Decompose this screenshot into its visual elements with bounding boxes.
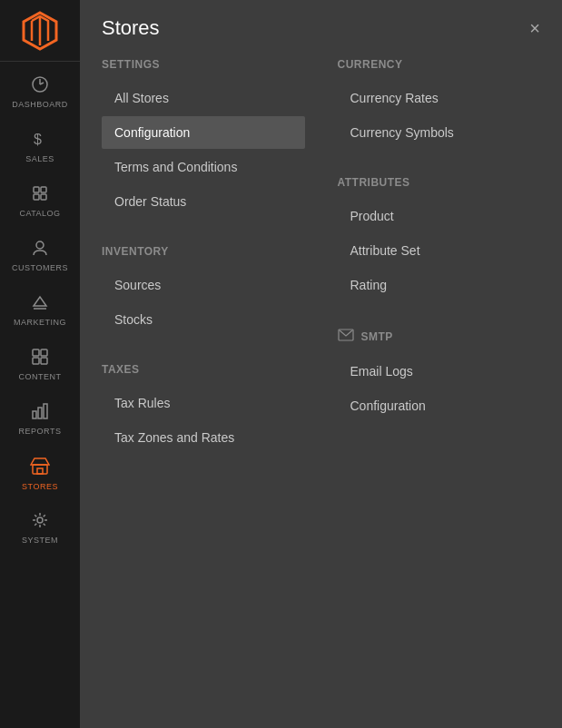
menu-item-email-logs[interactable]: Email Logs <box>338 355 541 388</box>
menu-item-terms-conditions[interactable]: Terms and Conditions <box>102 151 305 183</box>
sidebar-item-sales[interactable]: $ SALES <box>0 120 80 174</box>
svg-rect-4 <box>41 187 46 192</box>
inventory-section: Inventory Sources Stocks <box>102 245 305 336</box>
attributes-section: Attributes Product Attribute Set Rating <box>338 176 541 301</box>
menu-item-stocks[interactable]: Stocks <box>102 303 305 336</box>
sidebar-item-label-reports: REPORTS <box>19 427 62 437</box>
svg-rect-10 <box>33 349 39 356</box>
menu-item-tax-rules[interactable]: Tax Rules <box>102 387 305 419</box>
menu-item-currency-symbols[interactable]: Currency Symbols <box>338 116 541 149</box>
svg-rect-16 <box>44 404 47 418</box>
currency-section-title: Currency <box>338 58 541 71</box>
sidebar-item-label-content: CONTENT <box>19 372 62 382</box>
menu-item-product[interactable]: Product <box>338 200 541 232</box>
svg-rect-13 <box>41 358 47 364</box>
sidebar-item-label-sales: SALES <box>25 154 54 164</box>
marketing-icon <box>31 293 49 314</box>
content-icon <box>31 348 49 369</box>
right-column: Currency Currency Rates Currency Symbols… <box>327 51 541 456</box>
sidebar-item-marketing[interactable]: MARKETING <box>0 283 80 338</box>
catalog-icon <box>31 184 49 205</box>
panel-content: Settings All Stores Configuration Terms … <box>80 51 562 477</box>
sidebar-item-content[interactable]: CONTENT <box>0 338 80 392</box>
svg-text:$: $ <box>34 132 42 147</box>
menu-item-tax-zones-rates[interactable]: Tax Zones and Rates <box>102 421 305 454</box>
svg-rect-15 <box>38 408 42 418</box>
sidebar-item-label-marketing: MARKETING <box>14 318 66 328</box>
svg-point-19 <box>37 517 43 523</box>
svg-rect-5 <box>34 194 39 200</box>
menu-item-order-status[interactable]: Order Status <box>102 185 305 218</box>
svg-rect-3 <box>34 187 39 192</box>
menu-item-currency-rates[interactable]: Currency Rates <box>338 82 541 114</box>
settings-section-title: Settings <box>102 58 305 71</box>
reports-icon <box>31 402 49 423</box>
sidebar-item-label-dashboard: DASHBOARD <box>12 100 68 110</box>
system-icon <box>31 511 49 532</box>
svg-rect-18 <box>37 468 43 474</box>
taxes-section-title: Taxes <box>102 363 305 376</box>
customers-icon <box>31 239 49 260</box>
svg-rect-17 <box>33 465 47 474</box>
smtp-section-title: SMTP <box>338 329 541 344</box>
svg-rect-12 <box>33 358 39 364</box>
sidebar-item-dashboard[interactable]: DASHBOARD <box>0 65 80 120</box>
stores-icon <box>30 456 50 478</box>
sidebar-item-customers[interactable]: CUSTOMERS <box>0 229 80 283</box>
smtp-section: SMTP Email Logs Configuration <box>338 329 541 422</box>
menu-item-all-stores[interactable]: All Stores <box>102 82 305 114</box>
sidebar-item-reports[interactable]: REPORTS <box>0 392 80 447</box>
menu-item-smtp-configuration[interactable]: Configuration <box>338 389 541 422</box>
sidebar-item-label-stores: STORES <box>22 482 58 492</box>
sidebar-item-label-system: SYSTEM <box>22 536 58 546</box>
attributes-section-title: Attributes <box>338 176 541 189</box>
menu-item-configuration[interactable]: Configuration <box>102 116 305 149</box>
sidebar-item-label-customers: CUSTOMERS <box>12 263 68 273</box>
panel-title: Stores <box>102 16 160 40</box>
sidebar-item-label-catalog: CATALOG <box>19 209 60 219</box>
menu-item-sources[interactable]: Sources <box>102 269 305 301</box>
sidebar-item-catalog[interactable]: CATALOG <box>0 174 80 229</box>
svg-point-7 <box>36 241 44 249</box>
svg-rect-14 <box>33 411 36 418</box>
inventory-section-title: Inventory <box>102 245 305 258</box>
svg-marker-8 <box>34 297 46 306</box>
sales-icon: $ <box>31 130 49 151</box>
settings-section: Settings All Stores Configuration Terms … <box>102 58 305 218</box>
dashboard-icon <box>31 75 49 96</box>
taxes-section: Taxes Tax Rules Tax Zones and Rates <box>102 363 305 454</box>
sidebar: DASHBOARD $ SALES CATALOG CUSTOME <box>0 0 80 728</box>
sidebar-logo <box>0 0 80 62</box>
svg-rect-11 <box>41 349 47 356</box>
smtp-icon <box>338 329 354 344</box>
menu-item-rating[interactable]: Rating <box>338 269 541 301</box>
sidebar-item-system[interactable]: SYSTEM <box>0 501 80 556</box>
left-column: Settings All Stores Configuration Terms … <box>102 51 327 456</box>
menu-item-attribute-set[interactable]: Attribute Set <box>338 234 541 267</box>
currency-section: Currency Currency Rates Currency Symbols <box>338 58 541 149</box>
sidebar-item-stores[interactable]: STORES <box>0 447 80 501</box>
main-panel: Stores × Settings All Stores Configurati… <box>80 0 562 728</box>
svg-rect-6 <box>41 194 46 200</box>
close-button[interactable]: × <box>529 19 540 37</box>
panel-header: Stores × <box>80 0 562 51</box>
